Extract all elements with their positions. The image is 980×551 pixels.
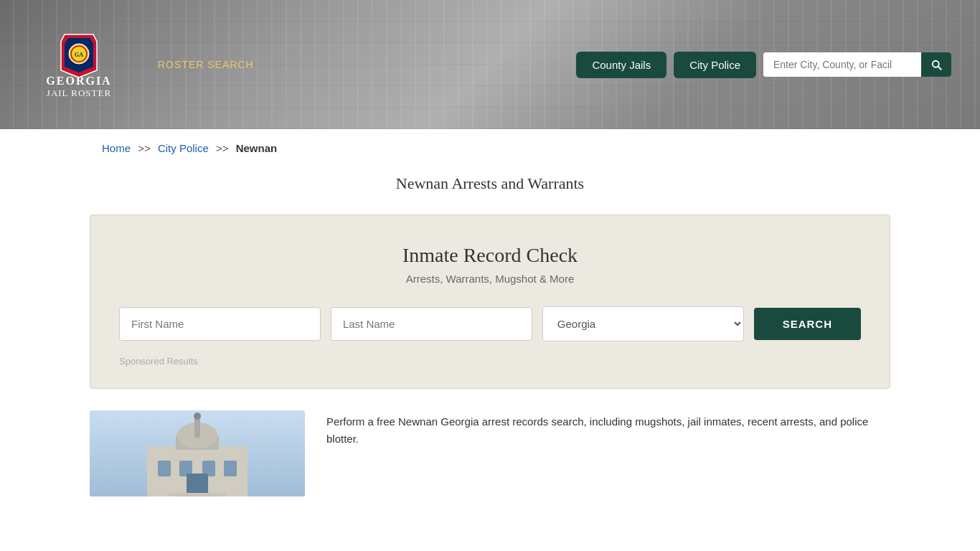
building-svg (90, 410, 305, 496)
sponsored-results-label: Sponsored Results (119, 356, 861, 367)
breadcrumb: Home >> City Police >> Newnan (0, 129, 980, 167)
roster-search-link[interactable]: ROSTER SEARCH (158, 59, 254, 70)
last-name-input[interactable] (331, 307, 532, 341)
inmate-record-box: Inmate Record Check Arrests, Warrants, M… (90, 215, 890, 389)
logo-icon: GA (57, 31, 100, 74)
breadcrumb-home[interactable]: Home (102, 142, 131, 154)
logo-jail-roster: JAIL ROSTER (46, 88, 111, 99)
breadcrumb-sep2: >> (216, 142, 229, 154)
county-jails-button[interactable]: County Jails (576, 52, 666, 78)
logo-link[interactable]: GA GEORGIA JAIL ROSTER (29, 31, 129, 99)
inmate-search-button[interactable]: SEARCH (754, 308, 861, 340)
city-police-button[interactable]: City Police (674, 52, 756, 78)
svg-rect-11 (158, 461, 171, 476)
header-content: GA GEORGIA JAIL ROSTER ROSTER SEARCH Cou… (0, 31, 980, 99)
bottom-section: Perform a free Newnan Georgia arrest rec… (90, 410, 890, 496)
header: GA GEORGIA JAIL ROSTER ROSTER SEARCH Cou… (0, 0, 980, 129)
svg-point-10 (194, 413, 201, 420)
page-title: Newnan Arrests and Warrants (0, 167, 980, 215)
svg-rect-9 (194, 418, 200, 438)
state-select[interactable]: Georgia (542, 306, 744, 342)
inmate-box-subtitle: Arrests, Warrants, Mugshot & More (119, 273, 861, 285)
header-search-bar (763, 52, 951, 77)
header-right: County Jails City Police (576, 52, 951, 78)
header-search-input[interactable] (763, 53, 921, 76)
search-icon (930, 58, 943, 71)
breadcrumb-sep1: >> (138, 142, 151, 154)
inmate-box-title: Inmate Record Check (119, 244, 861, 267)
bottom-description: Perform a free Newnan Georgia arrest rec… (326, 410, 890, 448)
svg-rect-14 (224, 461, 237, 476)
header-search-button[interactable] (921, 52, 951, 77)
first-name-input[interactable] (119, 307, 321, 341)
building-image (90, 410, 305, 496)
breadcrumb-city-police[interactable]: City Police (158, 142, 209, 154)
inmate-form: Georgia SEARCH (119, 306, 861, 342)
breadcrumb-current: Newnan (236, 142, 278, 154)
svg-rect-17 (169, 493, 226, 496)
svg-text:GA: GA (75, 52, 83, 58)
